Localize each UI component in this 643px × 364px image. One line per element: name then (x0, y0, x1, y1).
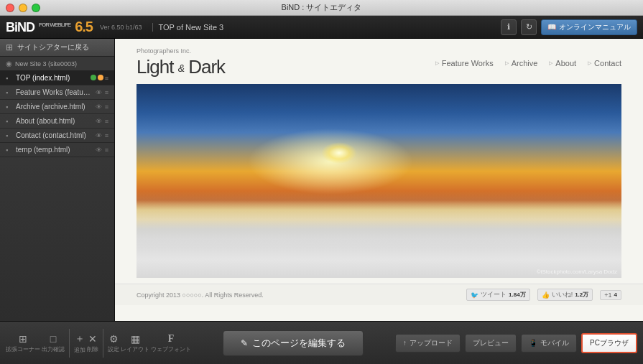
page-eye-icon[interactable]: 👁 (96, 146, 102, 154)
page-icon: ▪ (6, 103, 13, 111)
website-footer: Copyright 2013 ○○○○○. All Rights Reserve… (115, 284, 643, 305)
page-icon: ▪ (6, 89, 13, 96)
grid-icon: ⊞ (6, 42, 13, 52)
pc-browser-button[interactable]: PCブラウザ (581, 333, 637, 353)
corner-tool[interactable]: ⊞ 拡張コーナー (6, 333, 40, 353)
webfont-tool[interactable]: F ウェブフォント (151, 333, 191, 353)
hero-image: ©iStockphoto.com/Larysa Dodz (137, 84, 621, 278)
maximize-button[interactable] (32, 4, 40, 12)
settings-tool[interactable]: ⚙ 設定 (108, 333, 119, 353)
nav-item-archive[interactable]: Archive (505, 59, 538, 67)
hero-image-container: ©iStockphoto.com/Larysa Dodz (137, 84, 621, 278)
nav-item-contact[interactable]: Contact (588, 59, 621, 67)
plusone-label: +1 (604, 291, 611, 299)
delete-label: 削除 (87, 345, 98, 353)
page-menu-icon[interactable]: ≡ (105, 132, 108, 139)
page-item-label: Feature Works (feature-work... (16, 88, 93, 96)
like-button[interactable]: 👍 いいね! 1.2万 (537, 289, 593, 301)
logo-light: Light (137, 56, 173, 78)
page-item[interactable]: ▪ Archive (archive.html) 👁 ≡ (0, 100, 114, 114)
page-icon: ▪ (6, 118, 13, 125)
plusone-count: 4 (614, 291, 617, 298)
company-name: Photographers Inc. (137, 47, 225, 55)
tweet-count: 1.84万 (509, 291, 526, 299)
page-eye-icon[interactable]: 👁 (96, 89, 102, 96)
page-item[interactable]: ▪ Contact (contact.html) 👁 ≡ (0, 129, 114, 143)
add-tool[interactable]: ＋ 追加 (74, 332, 85, 354)
page-item[interactable]: ▪ temp (temp.html) 👁 ≡ (0, 143, 114, 157)
output-label: 出力確認 (42, 345, 65, 353)
like-count: 1.2万 (575, 291, 588, 299)
preview-button[interactable]: プレビュー (465, 334, 517, 353)
output-icon: □ (50, 333, 56, 345)
webfont-label: ウェブフォント (151, 345, 191, 353)
footer-copyright: Copyright 2013 ○○○○○. All Rights Reserve… (137, 291, 264, 299)
site-name: New Site 3 (site0003) (15, 60, 77, 67)
close-button[interactable] (6, 4, 14, 12)
window-controls (6, 4, 40, 12)
page-item[interactable]: ▪ TOP (index.html) ≡ (0, 71, 114, 85)
output-tool[interactable]: □ 出力確認 (42, 333, 65, 353)
footer-social: 🐦 ツイート 1.84万 👍 いいね! 1.2万 +1 4 (466, 289, 621, 301)
site-icon: ◉ (6, 60, 12, 67)
edit-icon: ✎ (241, 338, 248, 348)
page-eye-icon[interactable]: 👁 (96, 103, 102, 111)
sidebar-back-label: サイトシアターに戻る (17, 42, 89, 52)
page-menu-icon[interactable]: ≡ (105, 146, 108, 154)
page-item[interactable]: ▪ Feature Works (feature-work... 👁 ≡ (0, 85, 114, 100)
logo-bind-text: BiND (6, 20, 34, 34)
preview-area: Photographers Inc. Light & Dark Feature … (115, 39, 643, 321)
page-item-label: TOP (index.html) (16, 74, 88, 82)
app-toolbar: BiND FOR WEBLIFE 6.5 Ver 6.50 b1/63 TOP … (0, 16, 643, 39)
sun-glow (321, 142, 357, 164)
tweet-label: ツイート (481, 290, 506, 299)
logo-version: 6.5 (75, 19, 93, 34)
edit-page-label: このページを編集する (252, 337, 346, 350)
app-version-detail: Ver 6.50 b1/63 (100, 24, 142, 31)
webfont-icon: F (168, 333, 175, 345)
page-menu-icon[interactable]: ≡ (105, 75, 108, 82)
page-icon: ▪ (6, 146, 13, 154)
page-item-label: temp (temp.html) (16, 146, 93, 154)
corner-icon: ⊞ (19, 333, 27, 345)
delete-tool[interactable]: ✕ 削除 (87, 333, 98, 353)
upload-button[interactable]: ↑ アップロード (395, 334, 461, 353)
plusone-button[interactable]: +1 4 (600, 290, 621, 300)
page-menu-icon[interactable]: ≡ (105, 118, 108, 125)
add-label: 追加 (74, 346, 85, 354)
tweet-button[interactable]: 🐦 ツイート 1.84万 (466, 289, 530, 301)
page-eye-icon[interactable]: 👁 (96, 118, 102, 125)
nav-item-about[interactable]: About (549, 59, 576, 67)
nav-item-feature-works[interactable]: Feature Works (435, 59, 494, 67)
page-item[interactable]: ▪ About (about.html) 👁 ≡ (0, 114, 114, 129)
info-button[interactable]: ℹ (501, 19, 517, 35)
center-edit-area: ✎ このページを編集する (193, 330, 394, 356)
page-icon: ▪ (6, 75, 13, 82)
page-item-label: About (about.html) (16, 117, 93, 125)
page-menu-icon[interactable]: ≡ (105, 103, 108, 111)
title-bar: BiND : サイトエディタ (0, 0, 643, 16)
current-page-title: TOP of New Site 3 (152, 23, 224, 32)
page-eye-icon[interactable]: 👁 (96, 132, 102, 139)
site-logo-title: Light & Dark (137, 56, 225, 78)
refresh-button[interactable]: ↻ (521, 19, 537, 35)
page-menu-icon[interactable]: ≡ (105, 89, 108, 96)
mobile-icon: 📱 (529, 339, 537, 347)
corner-label: 拡張コーナー (6, 345, 40, 353)
mobile-label: モバイル (540, 338, 569, 348)
edit-page-button[interactable]: ✎ このページを編集する (223, 330, 364, 356)
refresh-icon: ↻ (526, 22, 532, 32)
status-dot-orange (98, 75, 103, 80)
like-icon: 👍 (542, 291, 550, 299)
sidebar-back-button[interactable]: ⊞ サイトシアターに戻る (0, 39, 114, 57)
layout-label: レイアウト (121, 345, 149, 353)
online-manual-button[interactable]: 📖 オンラインマニュアル (541, 19, 637, 35)
page-list: ▪ TOP (index.html) ≡ ▪ Feature Works (fe… (0, 71, 114, 321)
minimize-button[interactable] (19, 4, 27, 12)
mobile-button[interactable]: 📱 モバイル (521, 334, 577, 353)
hero-caption: ©iStockphoto.com/Larysa Dodz (537, 269, 617, 275)
layout-tool[interactable]: ▦ レイアウト (121, 333, 149, 353)
logo-dark: Dark (188, 56, 225, 78)
main-layout: ⊞ サイトシアターに戻る ◉ New Site 3 (site0003) ▪ T… (0, 39, 643, 321)
upload-icon: ↑ (403, 339, 407, 347)
